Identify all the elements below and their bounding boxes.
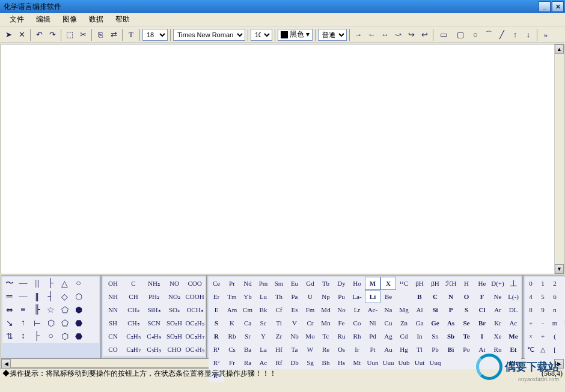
line-tool[interactable]: ╱ [496,29,508,41]
element-cell[interactable]: Pr [224,277,240,290]
shape-cell[interactable]: — [16,290,30,303]
element-cell[interactable]: La- [349,290,365,303]
element-cell[interactable]: Zr [271,330,287,343]
element-cell[interactable]: P [443,303,459,316]
element-cell[interactable]: Md [318,303,334,316]
element-cell[interactable]: Sc [255,316,271,330]
element-cell[interactable]: Ru [334,330,349,343]
formula-cell[interactable]: NO₂ [164,290,185,303]
element-cell[interactable]: βH [412,277,427,290]
num-cell[interactable]: ) [561,330,565,343]
shape-cell[interactable]: △ [58,277,72,290]
element-cell[interactable]: Sm [271,277,287,290]
element-cell[interactable]: Ce [209,277,224,290]
num-cell[interactable]: n [549,303,561,316]
element-cell[interactable]: Sn [427,330,443,343]
element-cell[interactable]: Ga [412,316,427,330]
element-cell[interactable]: R [209,330,224,343]
formula-cell[interactable]: COO [185,277,205,290]
element-cell[interactable]: Pb [427,343,443,356]
element-cell[interactable]: Pa [287,290,302,303]
element-cell[interactable]: He [474,277,490,290]
arrow-both-tool[interactable]: ↔ [379,29,391,41]
element-cell[interactable]: Al [412,303,427,316]
shape-cell[interactable]: ⇅ [2,330,16,343]
element-cell[interactable]: Cm [240,303,255,316]
element-cell[interactable]: Yb [240,290,255,303]
element-cell[interactable]: Pt [365,343,380,356]
formula-cell[interactable]: PH₂ [144,290,164,303]
element-cell[interactable]: Sb [443,330,459,343]
rounded-rect-tool[interactable]: ▢ [453,29,468,41]
element-cell[interactable]: 丄 [505,277,521,290]
num-cell[interactable]: ( [549,330,561,343]
num-cell[interactable]: - [537,316,549,330]
element-cell[interactable]: Rh [349,330,365,343]
element-cell[interactable]: Tb [318,277,334,290]
element-cell[interactable]: O [459,290,474,303]
font-size-select[interactable]: 18 [142,29,168,41]
element-cell[interactable]: Xe [490,330,505,343]
formula-cell[interactable]: SO₂H [164,316,185,330]
element-cell[interactable]: Lr [349,303,365,316]
element-cell[interactable]: Ac- [365,303,380,316]
element-cell[interactable]: Bk [255,303,271,316]
element-cell[interactable]: Mn [318,316,334,330]
formula-cell[interactable]: NH₂ [144,277,164,290]
num-cell[interactable]: 9 [537,303,549,316]
crop-tool[interactable]: ✂ [77,29,89,41]
element-cell[interactable]: Eu [287,277,302,290]
shape-cell[interactable]: ⊢ [30,316,44,330]
shape-cell[interactable]: ◇ [58,290,72,303]
element-cell[interactable]: Au [380,343,396,356]
shape-cell[interactable]: ⬠ [58,316,72,330]
stroke-select[interactable]: 10 [251,29,272,41]
element-cell[interactable]: M [365,277,380,290]
formula-cell[interactable]: COOH [185,290,205,303]
element-cell[interactable]: Hf [271,343,287,356]
element-cell[interactable]: Cs [224,343,240,356]
element-cell[interactable]: Cf [271,303,287,316]
scroll-left-icon[interactable]: ◀ [1,359,11,369]
num-cell[interactable]: + [525,316,537,330]
element-cell[interactable]: Ho [349,277,365,290]
shape-cell[interactable]: ☆ [44,303,58,316]
formula-cell[interactable]: SO₃H [164,330,185,343]
shape-cell[interactable]: ├ [44,277,58,290]
element-cell[interactable]: Ne [490,290,505,303]
minimize-button[interactable]: _ [539,1,551,12]
num-cell[interactable]: 5 [537,290,549,303]
element-cell[interactable]: R¹ [209,343,224,356]
element-cell[interactable]: E [209,303,224,316]
arrow-up-tool[interactable]: ↑ [509,29,521,41]
shape-cell[interactable] [85,290,99,303]
element-cell[interactable]: Y [255,330,271,343]
element-cell[interactable]: X [380,277,396,290]
element-cell[interactable]: Po [459,343,474,356]
element-cell[interactable]: No [334,303,349,316]
element-cell[interactable]: Ba [240,343,255,356]
pointer-tool[interactable]: ➤ [2,29,14,41]
menu-file[interactable]: 文件 [4,13,30,26]
element-cell[interactable]: Pm [255,277,271,290]
shape-cell[interactable] [85,303,99,316]
element-cell[interactable]: Cd [396,330,412,343]
redo-button[interactable]: ↷ [46,29,58,41]
element-cell[interactable]: Te [459,330,474,343]
element-cell[interactable]: Lu [255,290,271,303]
num-cell[interactable]: 0 [525,277,537,290]
element-cell[interactable]: Re [318,343,334,356]
formula-cell[interactable]: C [123,277,144,290]
element-cell[interactable]: ℋH [443,277,459,290]
element-cell[interactable]: Ni [365,316,380,330]
element-cell[interactable]: U [302,290,318,303]
element-cell[interactable]: L(-) [505,290,521,303]
formula-cell[interactable]: C₂H₅ [123,330,144,343]
element-cell[interactable]: N [443,290,459,303]
element-cell[interactable]: I [474,330,490,343]
delete-tool[interactable]: ✕ [16,29,28,41]
element-cell[interactable]: S [459,303,474,316]
element-cell[interactable]: D(+) [490,277,505,290]
text-tool[interactable]: T [125,29,137,41]
select-rect-tool[interactable]: ⬚ [64,29,76,41]
